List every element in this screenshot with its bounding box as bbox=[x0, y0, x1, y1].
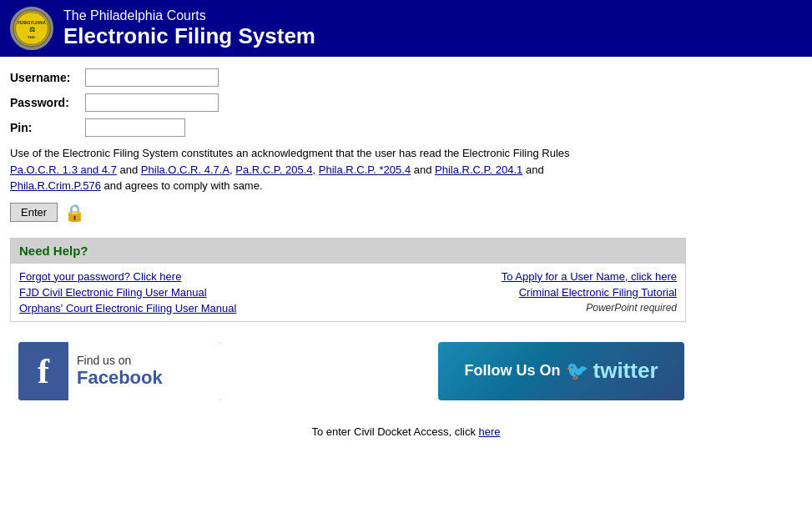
twitter-button[interactable]: Follow Us On 🐦 twitter bbox=[438, 342, 684, 400]
pa-seal-icon: PENNSYLVANIA ⚖ SEAL bbox=[10, 7, 53, 50]
criminal-tutorial-link[interactable]: Criminal Electronic Filing Tutorial bbox=[519, 286, 677, 299]
username-label: Username: bbox=[10, 71, 85, 84]
disclaimer-and2: and bbox=[414, 163, 435, 176]
disclaimer-and1: and bbox=[120, 163, 141, 176]
facebook-find-text: Find us on bbox=[77, 354, 221, 367]
help-body: Forgot your password? Click here FJD Civ… bbox=[11, 264, 685, 321]
link-philarcp[interactable]: Phila.R.C.P. *205.4 bbox=[319, 163, 411, 176]
header-line1: The Philadelphia Courts bbox=[63, 8, 315, 23]
disclaimer-text: Use of the Electronic Filing System cons… bbox=[10, 145, 678, 194]
link-philarcp204[interactable]: Phila.R.C.P. 204.1 bbox=[435, 163, 522, 176]
username-row: Username: bbox=[10, 68, 802, 87]
help-right-column: To Apply for a User Name, click here Cri… bbox=[356, 270, 677, 314]
enter-row: Enter 🔒 bbox=[10, 203, 802, 223]
password-input[interactable] bbox=[85, 93, 219, 112]
civil-docket-link[interactable]: here bbox=[479, 425, 501, 438]
help-left-column: Forgot your password? Click here FJD Civ… bbox=[19, 270, 340, 314]
fjd-manual-link[interactable]: FJD Civil Electronic Filing User Manual bbox=[19, 286, 340, 299]
disclaimer-before: Use of the Electronic Filing System cons… bbox=[10, 147, 570, 159]
facebook-text-area: Find us on Facebook bbox=[68, 342, 221, 400]
facebook-name-text: Facebook bbox=[77, 367, 221, 389]
footer-text-before: To enter Civil Docket Access, click bbox=[311, 425, 476, 438]
forgot-password-link[interactable]: Forgot your password? Click here bbox=[19, 270, 340, 283]
facebook-f-icon: f bbox=[38, 351, 49, 391]
svg-text:⚖: ⚖ bbox=[29, 26, 36, 33]
link-philaocr[interactable]: Phila.O.C.R. 4.7.A bbox=[141, 163, 229, 176]
link-paocr[interactable]: Pa.O.C.R. 1.3 and 4.7 bbox=[10, 163, 117, 176]
twitter-bird-icon: 🐦 bbox=[566, 360, 588, 382]
link-parcp[interactable]: Pa.R.C.P. 205.4 bbox=[235, 163, 312, 176]
header-line2: Electronic Filing System bbox=[63, 23, 315, 49]
powerpoint-note: PowerPoint required bbox=[586, 302, 677, 314]
facebook-icon-area: f bbox=[18, 342, 68, 400]
footer: To enter Civil Docket Access, click here bbox=[10, 425, 802, 455]
pin-row: Pin: bbox=[10, 118, 802, 137]
enter-button[interactable]: Enter bbox=[10, 203, 58, 222]
disclaimer-and3: and bbox=[526, 163, 544, 176]
password-label: Password: bbox=[10, 96, 85, 109]
main-content: Username: Password: Pin: Use of the Elec… bbox=[0, 57, 812, 466]
help-heading: Need Help? bbox=[11, 239, 685, 264]
social-section: f Find us on Facebook Follow Us On 🐦 twi… bbox=[10, 342, 802, 400]
help-section: Need Help? Forgot your password? Click h… bbox=[10, 238, 686, 322]
pin-input[interactable] bbox=[85, 118, 185, 137]
svg-text:SEAL: SEAL bbox=[28, 36, 36, 39]
svg-text:PENNSYLVANIA: PENNSYLVANIA bbox=[18, 21, 47, 25]
twitter-follow-text: Follow Us On bbox=[465, 362, 561, 380]
page-header: PENNSYLVANIA ⚖ SEAL The Philadelphia Cou… bbox=[0, 0, 812, 57]
orphans-manual-link[interactable]: Orphans' Court Electronic Filing User Ma… bbox=[19, 302, 340, 314]
lock-icon: 🔒 bbox=[64, 203, 85, 223]
twitter-name-text: twitter bbox=[593, 358, 658, 384]
disclaimer-after: and agrees to comply with same. bbox=[104, 179, 263, 192]
apply-username-link[interactable]: To Apply for a User Name, click here bbox=[502, 270, 677, 283]
password-row: Password: bbox=[10, 93, 802, 112]
header-title-block: The Philadelphia Courts Electronic Filin… bbox=[63, 8, 315, 49]
link-philarcrim[interactable]: Phila.R.Crim.P.576 bbox=[10, 179, 101, 192]
facebook-button[interactable]: f Find us on Facebook bbox=[18, 342, 221, 400]
pin-label: Pin: bbox=[10, 121, 85, 134]
username-input[interactable] bbox=[85, 68, 219, 87]
